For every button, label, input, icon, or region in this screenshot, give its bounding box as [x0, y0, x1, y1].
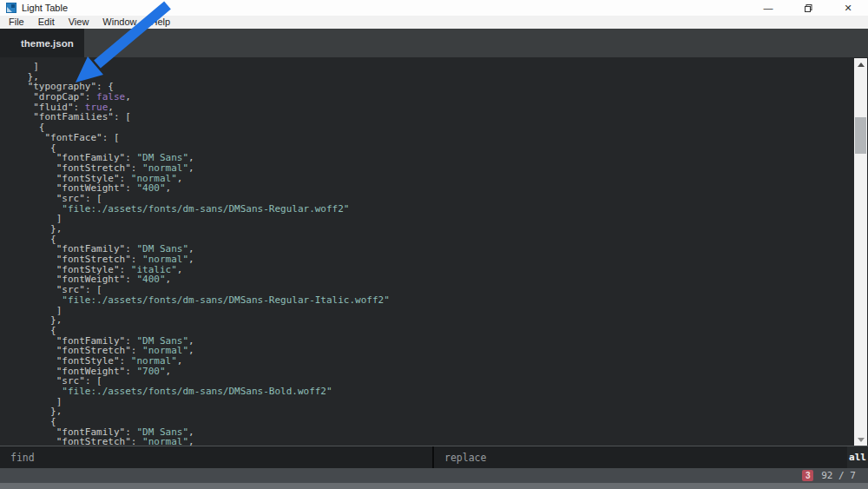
menu-item-window[interactable]: Window — [95, 16, 143, 29]
editor-pane[interactable]: ] }, "typography": { "dropCap": false, "… — [0, 57, 868, 446]
scroll-down-button[interactable] — [854, 433, 867, 446]
code-line: ] — [22, 62, 868, 72]
find-cell — [0, 446, 434, 468]
code-line: "typography": { — [22, 82, 868, 92]
code-line: "dropCap": false, — [22, 92, 868, 102]
code-line: "file:./assets/fonts/dm-sans/DMSans-Regu… — [22, 204, 868, 215]
code-line: "fontWeight": "400", — [22, 274, 868, 285]
error-count-badge[interactable]: 3 — [802, 470, 813, 481]
menu-item-edit[interactable]: Edit — [31, 16, 62, 29]
title-bar: Light Table —✕ — [0, 0, 868, 16]
menu-item-view[interactable]: View — [62, 16, 96, 29]
code-line: ] — [22, 397, 868, 407]
code-line: ] — [22, 306, 868, 316]
minimize-button[interactable]: — — [748, 0, 788, 16]
scrollbar-thumb[interactable] — [855, 117, 866, 154]
window-title: Light Table — [22, 3, 68, 13]
menu-item-help[interactable]: Help — [143, 16, 177, 29]
status-bar: 3 92 / 7 — [0, 468, 868, 483]
find-replace-bar: all — [0, 446, 868, 468]
code-line: ] — [22, 214, 868, 224]
tab-strip: theme.json — [0, 29, 868, 57]
menu-bar: FileEditViewWindowHelp — [0, 16, 868, 29]
code-line: "fluid": true, — [22, 102, 868, 113]
replace-cell — [434, 446, 847, 468]
code-line: }, — [22, 406, 868, 417]
code-line: "fontFace": [ — [22, 133, 868, 143]
replace-input[interactable] — [434, 446, 847, 468]
code-line: { — [22, 122, 868, 133]
window-controls: —✕ — [748, 0, 868, 16]
close-button[interactable]: ✕ — [828, 0, 868, 16]
tab-theme-json[interactable]: theme.json — [0, 29, 84, 57]
menu-item-file[interactable]: File — [2, 16, 31, 29]
code-line: "fontStretch": "normal", — [22, 437, 868, 446]
code-content: ] }, "typography": { "dropCap": false, "… — [0, 57, 868, 446]
triangle-down-icon — [858, 438, 865, 442]
window-bottom-edge — [0, 483, 868, 489]
code-line: "file:./assets/fonts/dm-sans/DMSans-Regu… — [22, 295, 868, 306]
code-line: }, — [22, 315, 868, 326]
cursor-position: 92 / 7 — [821, 470, 856, 481]
code-line: "fontWeight": "700", — [22, 367, 868, 377]
code-line: "fontFamilies": [ — [22, 112, 868, 122]
replace-all-button[interactable]: all — [847, 446, 868, 468]
scroll-up-button[interactable] — [854, 58, 867, 70]
scrollbar[interactable] — [854, 58, 867, 446]
code-line: "fontWeight": "400", — [22, 183, 868, 194]
code-line: }, — [22, 224, 868, 235]
maximize-button[interactable] — [788, 0, 828, 16]
triangle-up-icon — [858, 63, 865, 67]
app-logo-icon — [6, 3, 16, 13]
find-input[interactable] — [0, 446, 432, 468]
code-line: }, — [22, 72, 868, 83]
code-line: "file:./assets/fonts/dm-sans/DMSans-Bold… — [22, 387, 868, 397]
